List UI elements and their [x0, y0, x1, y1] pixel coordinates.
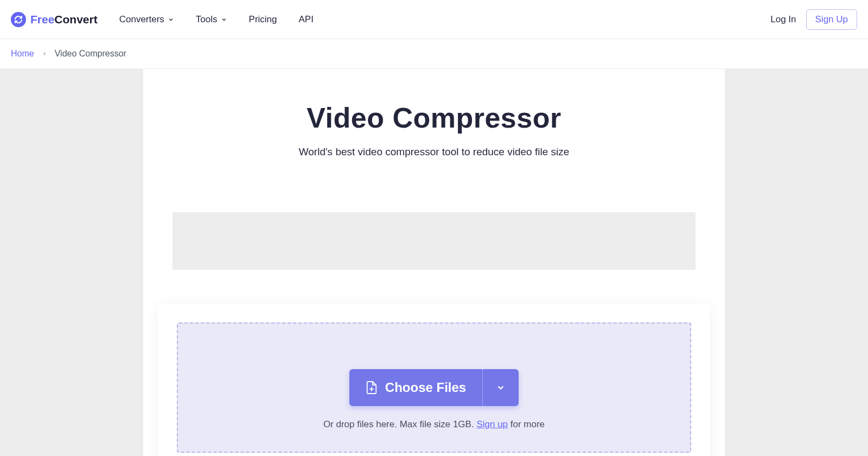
chevron-down-icon — [168, 16, 174, 23]
breadcrumb: Home Video Compressor — [0, 39, 868, 69]
primary-nav: Converters Tools Pricing API — [119, 14, 771, 25]
ad-placeholder — [173, 212, 695, 270]
login-button[interactable]: Log In — [770, 14, 796, 25]
breadcrumb-current: Video Compressor — [55, 49, 126, 59]
logo[interactable]: FreeConvert — [11, 12, 98, 27]
nav-pricing[interactable]: Pricing — [249, 14, 277, 25]
signup-button[interactable]: Sign Up — [806, 9, 857, 30]
breadcrumb-home[interactable]: Home — [11, 49, 34, 59]
page-background: Video Compressor World's best video comp… — [0, 69, 868, 456]
chevron-down-icon — [221, 16, 227, 23]
main-header: FreeConvert Converters Tools Pricing API… — [0, 0, 868, 39]
chevron-right-icon — [42, 51, 47, 56]
dropzone[interactable]: Choose Files Or drop files here. Max fil… — [177, 322, 691, 453]
nav-api[interactable]: API — [299, 14, 314, 25]
logo-icon — [11, 12, 26, 27]
choose-files-button[interactable]: Choose Files — [349, 369, 482, 406]
signup-link[interactable]: Sign up — [476, 419, 508, 429]
file-add-icon — [366, 381, 378, 395]
nav-converters[interactable]: Converters — [119, 14, 174, 25]
logo-text: FreeConvert — [30, 13, 98, 26]
dropzone-card: Choose Files Or drop files here. Max fil… — [158, 303, 710, 456]
choose-files-dropdown-button[interactable] — [482, 369, 519, 406]
drop-hint-text: Or drop files here. Max file size 1GB. S… — [194, 419, 674, 430]
auth-buttons: Log In Sign Up — [770, 9, 857, 30]
choose-files-group: Choose Files — [349, 369, 519, 406]
nav-tools[interactable]: Tools — [196, 14, 227, 25]
page-subtitle: World's best video compressor tool to re… — [158, 146, 710, 158]
main-container: Video Compressor World's best video comp… — [143, 69, 725, 456]
chevron-down-icon — [496, 383, 506, 392]
page-title: Video Compressor — [158, 102, 710, 134]
